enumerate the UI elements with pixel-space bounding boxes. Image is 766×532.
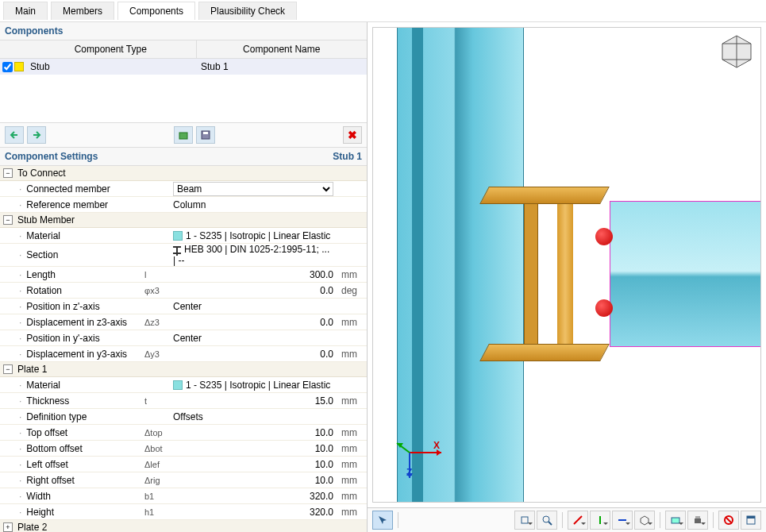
svg-rect-21 xyxy=(695,519,701,523)
length-value[interactable]: 300.0 xyxy=(173,269,338,280)
left-panel: Components Component Type Component Name… xyxy=(0,22,368,532)
pos-y-value[interactable]: Center xyxy=(173,333,338,344)
svg-marker-19 xyxy=(641,516,649,525)
axis-x-button[interactable] xyxy=(568,511,588,530)
move-down-button[interactable] xyxy=(27,126,46,144)
stub-web xyxy=(557,204,573,344)
move-up-button[interactable] xyxy=(5,126,24,144)
stub-flange-bottom xyxy=(479,344,610,361)
material-swatch-icon xyxy=(173,231,183,241)
svg-rect-13 xyxy=(522,517,528,523)
svg-rect-0 xyxy=(179,133,187,139)
pos-z-value[interactable]: Center xyxy=(173,301,338,312)
import-button[interactable] xyxy=(174,126,193,144)
axis-y-button[interactable] xyxy=(590,511,610,530)
svg-line-24 xyxy=(726,517,732,523)
color-swatch-icon xyxy=(14,62,24,71)
col-header-type: Component Type xyxy=(25,40,197,58)
collapse-icon[interactable]: − xyxy=(3,215,13,225)
select-mode-button[interactable] xyxy=(372,511,393,530)
column-3d xyxy=(397,28,524,503)
stub-section-value[interactable]: HEB 300 | DIN 1025-2:1995-11; ... | -- xyxy=(173,244,338,266)
bottom-offset-value[interactable]: 10.0 xyxy=(173,443,338,454)
axis-triad-icon: XZ xyxy=(395,438,451,488)
tab-components[interactable]: Components xyxy=(117,2,195,20)
expand-icon[interactable]: + xyxy=(3,522,13,532)
viewcube-icon[interactable] xyxy=(719,34,754,69)
width-value[interactable]: 320.0 xyxy=(173,491,338,502)
top-tabs: Main Members Components Plausibility Che… xyxy=(0,0,766,22)
connected-member-select[interactable]: Beam xyxy=(173,182,333,196)
height-value[interactable]: 320.0 xyxy=(173,507,338,518)
display-mode-button[interactable] xyxy=(665,511,686,530)
group-to-connect[interactable]: −To Connect xyxy=(0,166,367,181)
view-toolbar xyxy=(368,507,766,532)
stub-flange-top xyxy=(479,187,610,204)
reset-button[interactable] xyxy=(718,511,739,530)
material-swatch-icon xyxy=(173,380,183,390)
disp-y-value[interactable]: 0.0 xyxy=(173,349,338,360)
svg-line-16 xyxy=(574,516,582,524)
svg-rect-22 xyxy=(695,516,700,519)
group-stub-member[interactable]: −Stub Member xyxy=(0,213,367,228)
collapse-icon[interactable]: − xyxy=(3,168,13,178)
tab-main[interactable]: Main xyxy=(3,2,48,20)
top-offset-value[interactable]: 10.0 xyxy=(173,427,338,438)
components-toolbar: ✖ xyxy=(0,123,367,148)
property-tree[interactable]: −To Connect Connected memberBeam Referen… xyxy=(0,166,367,532)
svg-rect-2 xyxy=(203,132,208,134)
tab-plausibility[interactable]: Plausibility Check xyxy=(198,2,297,20)
iso-view-button[interactable] xyxy=(634,511,655,530)
settings-subtitle: Stub 1 xyxy=(333,151,362,162)
right-offset-value[interactable]: 10.0 xyxy=(173,475,338,486)
svg-rect-26 xyxy=(747,516,755,519)
section-icon xyxy=(173,246,181,254)
close-icon: ✖ xyxy=(348,129,357,141)
deftype-value[interactable]: Offsets xyxy=(173,411,338,422)
collapse-icon[interactable]: − xyxy=(3,364,13,374)
row-checkbox[interactable] xyxy=(2,62,13,72)
zoom-extents-button[interactable] xyxy=(537,511,557,530)
stub-material-value[interactable]: 1 - S235 | Isotropic | Linear Elastic xyxy=(173,230,338,241)
plate-3d xyxy=(524,187,538,361)
plate1-material-value[interactable]: 1 - S235 | Isotropic | Linear Elastic xyxy=(173,380,338,391)
components-header: Components xyxy=(0,22,367,40)
delete-button[interactable]: ✖ xyxy=(343,126,362,144)
bolt-icon xyxy=(595,299,613,317)
svg-rect-20 xyxy=(672,518,679,523)
svg-point-14 xyxy=(543,516,549,522)
group-plate1[interactable]: −Plate 1 xyxy=(0,362,367,377)
reference-member-value: Column xyxy=(173,199,338,210)
components-table: Component Type Component Name Stub Stub … xyxy=(0,40,367,123)
row-name: Stub 1 xyxy=(196,59,367,75)
3d-viewport[interactable]: XZ xyxy=(372,27,761,503)
svg-line-15 xyxy=(549,522,552,525)
table-row[interactable]: Stub Stub 1 xyxy=(0,59,367,75)
left-offset-value[interactable]: 10.0 xyxy=(173,459,338,470)
bolt-icon xyxy=(595,228,613,245)
col-header-name: Component Name xyxy=(197,40,368,58)
settings-header: Component Settings Stub 1 xyxy=(0,148,367,166)
thickness-value[interactable]: 15.0 xyxy=(173,395,338,407)
print-button[interactable] xyxy=(687,511,708,530)
row-type: Stub xyxy=(25,59,196,75)
beam-3d xyxy=(610,201,761,347)
right-panel: XZ xyxy=(368,22,766,532)
save-button[interactable] xyxy=(196,126,215,144)
tab-members[interactable]: Members xyxy=(51,2,114,20)
new-window-button[interactable] xyxy=(741,511,761,530)
disp-z-value[interactable]: 0.0 xyxy=(173,317,338,328)
axis-z-button[interactable] xyxy=(612,511,633,530)
rotation-value[interactable]: 0.0 xyxy=(173,285,338,296)
group-plate2[interactable]: +Plate 2 xyxy=(0,520,367,532)
view-preset-button[interactable] xyxy=(514,511,535,530)
